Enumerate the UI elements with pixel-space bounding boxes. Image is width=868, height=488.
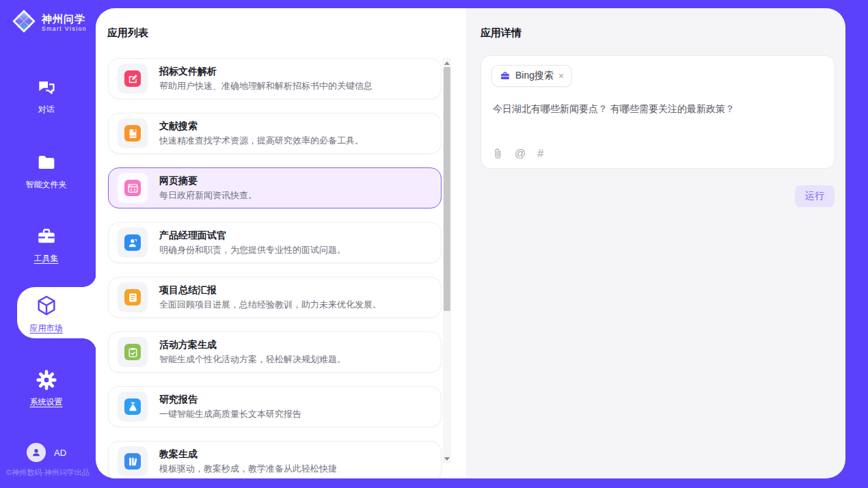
chat-icon <box>36 77 57 101</box>
app-description: 全面回顾项目进展，总结经验教训，助力未来优化发展。 <box>159 299 381 311</box>
app-name: 网页摘要 <box>159 174 257 187</box>
app-list-title: 应用列表 <box>107 27 148 40</box>
briefcase-icon <box>500 70 511 81</box>
app-description: 模板驱动，教案秒成，教学准备从此轻松快捷 <box>159 463 337 475</box>
content-frame: 应用列表 招标文件解析 帮助用户快速、准确地理解和解析招标书中的关键信息 <box>96 8 845 478</box>
icon-box <box>118 282 148 312</box>
icon-box <box>118 392 148 422</box>
research-icon <box>124 398 141 415</box>
app-detail-panel: 应用详情 Bing搜索 × 今日湖北有哪些新闻要点？ 有哪些需要关注的最新政策？ <box>466 8 845 478</box>
book-icon <box>124 125 141 141</box>
sidebar-item-label: 对话 <box>0 104 92 116</box>
clipboard-check-icon <box>124 344 141 360</box>
sidebar-item-label: 系统设置 <box>0 396 92 408</box>
app-description: 快速精准查找学术资源，提高研究效率的必备工具。 <box>159 135 364 147</box>
app-name: 文献搜索 <box>159 120 364 132</box>
list-item-lesson-plan[interactable]: 教案生成 模板驱动，教案秒成，教学准备从此轻松快捷 <box>108 441 442 478</box>
tool-chip-bing-search[interactable]: Bing搜索 × <box>491 65 572 87</box>
list-item-webpage-summary[interactable]: 网页摘要 每日政府新闻资讯快查。 <box>108 167 442 208</box>
icon-box <box>118 173 148 203</box>
logo-diamond-icon <box>11 8 37 37</box>
avatar <box>27 443 46 462</box>
sidebar-item-settings[interactable]: 系统设置 <box>0 369 92 408</box>
icon-box <box>118 64 148 94</box>
scroll-up-arrow-icon[interactable] <box>443 58 451 68</box>
cube-icon <box>35 294 58 320</box>
user-name: AD <box>54 448 66 458</box>
hash-icon[interactable]: # <box>537 148 543 159</box>
app-name: 产品经理面试官 <box>159 229 346 241</box>
list-item-pm-interviewer[interactable]: 产品经理面试官 明确身份和职责，为您提供专业性的面试问题。 <box>108 222 442 263</box>
books-icon <box>124 453 141 470</box>
list-item-project-summary[interactable]: 项目总结汇报 全面回顾项目进展，总结经验教训，助力未来优化发展。 <box>108 277 442 318</box>
app-list: 招标文件解析 帮助用户快速、准确地理解和解析招标书中的关键信息 文献搜索 <box>108 58 442 478</box>
pen-icon <box>124 70 141 87</box>
app-logo: 神州问学 Smart Vision <box>11 8 87 37</box>
app-detail-title: 应用详情 <box>480 27 521 40</box>
webpage-icon <box>124 180 141 196</box>
list-item-literature-search[interactable]: 文献搜索 快速精准查找学术资源，提高研究效率的必备工具。 <box>108 113 442 154</box>
scroll-down-arrow-icon[interactable] <box>443 454 451 463</box>
app-name: 研究报告 <box>159 393 301 405</box>
app-name: 活动方案生成 <box>159 338 346 351</box>
app-description: 帮助用户快速、准确地理解和解析招标书中的关键信息 <box>159 80 372 92</box>
copyright-footer: ©神州数码·神州问学出品 <box>0 467 96 478</box>
logo-subtitle: Smart Vision <box>42 25 87 32</box>
icon-box <box>118 337 148 367</box>
tab-fillet-bottom <box>83 338 96 352</box>
sidebar-item-app-market[interactable]: 应用市场 <box>0 294 92 334</box>
icon-box <box>118 118 148 148</box>
list-item-bid-document-parse[interactable]: 招标文件解析 帮助用户快速、准确地理解和解析招标书中的关键信息 <box>108 58 442 99</box>
sidebar-item-label: 智能文件夹 <box>0 179 92 191</box>
app-name: 教案生成 <box>159 448 337 460</box>
sidebar-item-smart-folders[interactable]: 智能文件夹 <box>0 152 92 191</box>
run-button[interactable]: 运行 <box>795 185 835 207</box>
icon-box <box>118 446 148 476</box>
list-item-research-report[interactable]: 研究报告 一键智能生成高质量长文本研究报告 <box>108 386 442 427</box>
logo-title: 神州问学 <box>42 13 85 25</box>
sidebar-item-label: 应用市场 <box>0 323 92 334</box>
tool-chip-label: Bing搜索 <box>515 70 554 82</box>
at-icon[interactable]: @ <box>515 148 526 159</box>
app-description: 一键智能生成高质量长文本研究报告 <box>159 408 301 420</box>
close-icon[interactable]: × <box>558 71 564 81</box>
app-name: 招标文件解析 <box>159 65 372 77</box>
report-note-icon <box>124 289 141 306</box>
toolbox-icon <box>36 226 57 250</box>
scrollbar-thumb[interactable] <box>444 67 450 311</box>
prompt-input[interactable]: 今日湖北有哪些新闻要点？ 有哪些需要关注的最新政策？ <box>493 103 735 116</box>
interviewer-icon <box>124 234 141 251</box>
attachment-toolbar: @ # <box>493 148 543 159</box>
app-description: 明确身份和职责，为您提供专业性的面试问题。 <box>159 244 346 256</box>
sidebar: 神州问学 Smart Vision 对话 智能文件夹 <box>0 0 96 488</box>
icon-box <box>118 228 148 258</box>
paperclip-icon[interactable] <box>493 148 503 159</box>
app-description: 智能生成个性化活动方案，轻松解决规划难题。 <box>159 353 346 366</box>
user-account[interactable]: AD <box>27 443 66 462</box>
sidebar-item-toolset[interactable]: 工具集 <box>0 226 92 265</box>
list-scrollbar[interactable] <box>443 58 451 463</box>
tab-fillet-top <box>83 273 96 287</box>
app-list-panel: 应用列表 招标文件解析 帮助用户快速、准确地理解和解析招标书中的关键信息 <box>96 8 466 478</box>
app-name: 项目总结汇报 <box>159 284 381 296</box>
list-item-event-plan[interactable]: 活动方案生成 智能生成个性化活动方案，轻松解决规划难题。 <box>108 331 442 372</box>
folder-icon <box>36 152 57 176</box>
app-description: 每日政府新闻资讯快查。 <box>159 189 257 202</box>
gear-icon <box>36 369 57 394</box>
prompt-card[interactable]: Bing搜索 × 今日湖北有哪些新闻要点？ 有哪些需要关注的最新政策？ @ # <box>480 55 835 169</box>
sidebar-item-label: 工具集 <box>0 253 92 265</box>
sidebar-item-chat[interactable]: 对话 <box>0 77 92 116</box>
